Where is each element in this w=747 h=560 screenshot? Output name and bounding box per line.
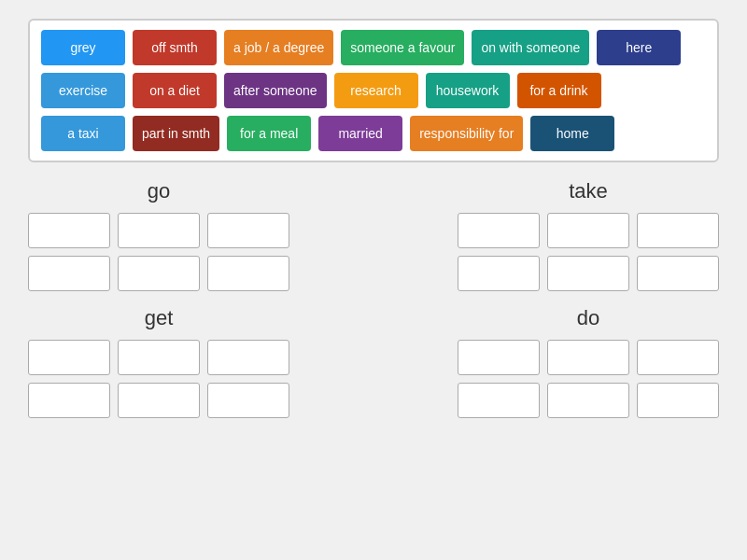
category-do-title: do (458, 306, 719, 330)
drop-box[interactable] (637, 256, 719, 291)
word-chip-1-2[interactable]: after someone (224, 73, 327, 108)
drop-box[interactable] (207, 340, 289, 375)
drop-box[interactable] (118, 383, 200, 418)
drop-box[interactable] (118, 256, 200, 291)
word-chip-1-3[interactable]: research (334, 73, 418, 108)
categories-row-bottom: get do (28, 306, 719, 418)
category-get: get (28, 306, 289, 418)
category-take-title: take (458, 179, 719, 203)
word-chip-0-5[interactable]: here (597, 30, 681, 65)
drop-box[interactable] (28, 340, 110, 375)
category-go-title: go (28, 179, 289, 203)
categories-wrapper: go take get (28, 179, 719, 418)
drop-box[interactable] (458, 256, 540, 291)
drop-box[interactable] (637, 383, 719, 418)
drop-box[interactable] (458, 383, 540, 418)
word-chip-2-0[interactable]: a taxi (41, 116, 125, 151)
category-go: go (28, 179, 289, 291)
drop-grid-get (28, 340, 289, 418)
drop-box[interactable] (207, 383, 289, 418)
word-chip-2-3[interactable]: married (318, 116, 402, 151)
drop-box[interactable] (637, 213, 719, 248)
word-row-0: greyoff smtha job / a degreesomeone a fa… (41, 30, 706, 65)
drop-box[interactable] (458, 340, 540, 375)
word-chip-1-0[interactable]: exercise (41, 73, 125, 108)
word-chip-0-2[interactable]: a job / a degree (224, 30, 333, 65)
word-chip-1-4[interactable]: housework (426, 73, 510, 108)
word-chip-0-0[interactable]: grey (41, 30, 125, 65)
word-row-1: exerciseon a dietafter someoneresearchho… (41, 73, 706, 108)
category-do: do (458, 306, 719, 418)
drop-grid-do (458, 340, 719, 418)
category-get-title: get (28, 306, 289, 330)
drop-box[interactable] (28, 213, 110, 248)
word-row-2: a taxipart in smthfor a mealmarriedrespo… (41, 116, 706, 151)
drop-grid-take (458, 213, 719, 291)
word-chip-1-5[interactable]: for a drink (517, 73, 601, 108)
drop-box[interactable] (458, 213, 540, 248)
word-chip-2-5[interactable]: home (530, 116, 614, 151)
drop-box[interactable] (207, 256, 289, 291)
word-bank: greyoff smtha job / a degreesomeone a fa… (28, 19, 719, 162)
word-chip-0-3[interactable]: someone a favour (341, 30, 464, 65)
drop-box[interactable] (547, 340, 629, 375)
word-chip-2-4[interactable]: responsibility for (410, 116, 523, 151)
drop-box[interactable] (28, 256, 110, 291)
drop-box[interactable] (547, 256, 629, 291)
drop-box[interactable] (118, 340, 200, 375)
drop-box[interactable] (547, 213, 629, 248)
word-chip-0-4[interactable]: on with someone (472, 30, 589, 65)
drop-box[interactable] (547, 383, 629, 418)
word-chip-0-1[interactable]: off smth (133, 30, 217, 65)
word-chip-2-1[interactable]: part in smth (133, 116, 219, 151)
drop-box[interactable] (28, 383, 110, 418)
drop-box[interactable] (207, 213, 289, 248)
word-chip-2-2[interactable]: for a meal (227, 116, 311, 151)
drop-box[interactable] (118, 213, 200, 248)
category-take: take (458, 179, 719, 291)
word-chip-1-1[interactable]: on a diet (133, 73, 217, 108)
drop-box[interactable] (637, 340, 719, 375)
drop-grid-go (28, 213, 289, 291)
categories-row-top: go take (28, 179, 719, 291)
